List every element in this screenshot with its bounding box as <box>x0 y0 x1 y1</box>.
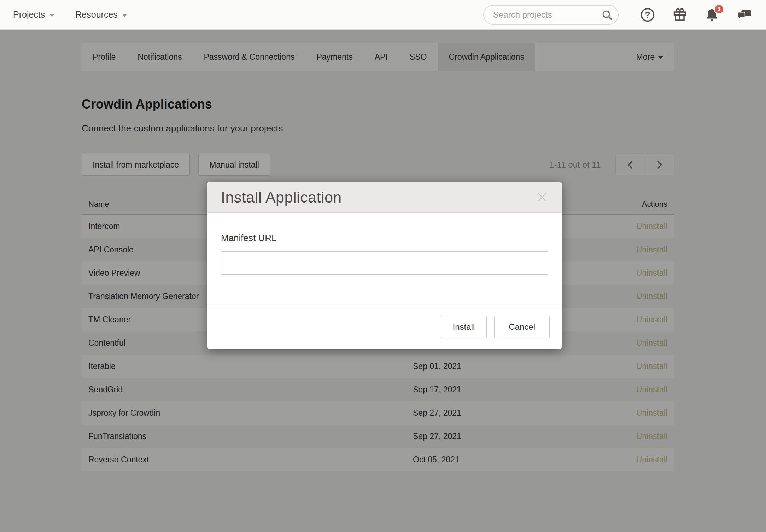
manifest-url-label: Manifest URL <box>221 233 548 244</box>
chevron-down-icon <box>122 14 128 17</box>
help-icon[interactable]: ? <box>640 7 655 23</box>
resources-menu-label: Resources <box>75 10 118 20</box>
install-button[interactable]: Install <box>441 316 487 338</box>
chevron-down-icon <box>49 14 55 17</box>
search-box <box>483 5 619 25</box>
modal-header: Install Application <box>207 182 562 213</box>
close-icon[interactable] <box>536 191 548 203</box>
modal-footer: Install Cancel <box>207 303 562 338</box>
gift-icon[interactable] <box>672 7 688 23</box>
svg-text:?: ? <box>645 10 650 20</box>
resources-menu[interactable]: Resources <box>75 10 128 20</box>
projects-menu-label: Projects <box>13 10 45 20</box>
topbar-icon-group: ? 3 <box>640 7 752 23</box>
modal-body: Manifest URL <box>207 213 562 275</box>
modal-title: Install Application <box>221 189 342 206</box>
chat-icon[interactable] <box>736 7 752 23</box>
search-icon[interactable] <box>601 9 613 21</box>
cancel-button[interactable]: Cancel <box>494 316 550 338</box>
install-application-modal: Install Application Manifest URL Install… <box>207 182 562 349</box>
search-input[interactable] <box>483 5 619 25</box>
projects-menu[interactable]: Projects <box>13 10 55 20</box>
bell-icon[interactable]: 3 <box>704 7 720 23</box>
top-navigation-bar: Projects Resources ? <box>0 0 766 30</box>
manifest-url-input[interactable] <box>221 251 548 275</box>
notification-badge: 3 <box>714 4 724 14</box>
